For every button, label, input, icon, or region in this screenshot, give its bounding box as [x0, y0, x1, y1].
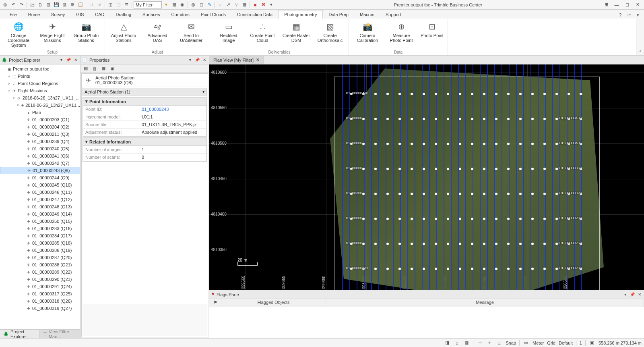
photo-station-point[interactable] [507, 243, 510, 245]
tree-node[interactable]: ▹⬚Points [0, 73, 80, 80]
prop-t2-icon[interactable]: 🗑 [91, 65, 98, 72]
view-filter-select[interactable]: My Filter [134, 1, 162, 8]
close-icon[interactable]: ✕ [633, 1, 642, 8]
tree-node[interactable]: ✈01_00000204 (Q2) [0, 123, 80, 131]
photo-station-point[interactable] [435, 93, 437, 95]
photo-station-point[interactable] [507, 268, 510, 270]
photo-station-point[interactable] [543, 193, 546, 195]
photo-station-point[interactable] [519, 218, 522, 220]
ribbon-create-orthomosaic[interactable]: ▧Create Orthomosaic [314, 19, 346, 50]
tree-node[interactable]: ✈01_00000239 (Q4) [0, 138, 80, 145]
photo-station-point[interactable] [459, 218, 461, 220]
photo-station-point[interactable] [495, 218, 497, 220]
expand-icon[interactable]: ▹ [6, 81, 11, 85]
collapse-icon[interactable]: ▾ [85, 99, 88, 104]
sb-snap[interactable]: Snap [506, 341, 516, 345]
tree-node[interactable]: ✈01_00000248 (Q13) [0, 203, 80, 210]
photo-station-point[interactable] [471, 193, 473, 195]
photo-station-point[interactable] [531, 93, 534, 95]
flag-col-message[interactable]: Message [326, 299, 644, 307]
photo-station-point[interactable] [447, 193, 449, 195]
photo-station-point[interactable] [411, 218, 413, 220]
tab-pointclouds[interactable]: Point Clouds [195, 10, 231, 19]
tab-constructiondata[interactable]: Construction Data [231, 10, 278, 19]
pane-close-icon[interactable]: ✕ [637, 292, 642, 297]
photo-station-point[interactable] [555, 243, 558, 245]
pane-close-icon[interactable]: ✕ [202, 57, 207, 63]
sb-icon-6[interactable]: ⟀ [496, 340, 502, 346]
photo-station-point[interactable] [507, 218, 510, 220]
tree-node[interactable]: ✈01_00000287 (Q20) [0, 254, 80, 261]
tree-node[interactable]: ✈01_00000291 (Q24) [0, 283, 80, 290]
sb-icon-5[interactable]: ⌖ [486, 340, 493, 346]
tab-support[interactable]: Support [380, 10, 407, 19]
photo-station-point[interactable] [495, 193, 497, 195]
photo-station-point[interactable] [374, 143, 377, 145]
photo-station-point[interactable] [568, 93, 570, 95]
help-icon[interactable]: ? [617, 11, 624, 19]
photo-station-point[interactable] [483, 118, 485, 120]
photo-station-point[interactable] [531, 243, 534, 245]
photo-station-point[interactable] [531, 268, 534, 270]
pane-menu-icon[interactable]: ▾ [58, 57, 64, 63]
photo-station-point[interactable] [555, 118, 558, 120]
tree-node[interactable]: ✈01_00000283 (Q16) [0, 225, 80, 232]
photo-station-point[interactable] [386, 143, 389, 145]
properties-selector[interactable]: Aerial Photo Station (1)▾ [83, 88, 207, 96]
expand-icon[interactable]: ▿ [11, 96, 16, 100]
photo-station-point[interactable] [386, 268, 389, 270]
tree-node[interactable]: ✈01_00000284 (Q17) [0, 232, 80, 239]
photo-station-point[interactable] [447, 143, 449, 145]
photo-station-point[interactable] [531, 118, 534, 120]
photo-station-point[interactable] [483, 268, 485, 270]
plan-view-canvas[interactable]: 4810600481055048105004810450481040048103… [209, 64, 644, 290]
photo-station-point[interactable] [543, 218, 546, 220]
tab-corridors[interactable]: Corridors [165, 10, 195, 19]
ribbon-group-photo-stations[interactable]: 📷Group Photo Stations [70, 19, 102, 50]
photo-station-point[interactable] [519, 118, 522, 120]
prop-t4-icon[interactable]: ▣ [109, 65, 116, 72]
photo-station-point[interactable] [555, 93, 558, 95]
sb-icon-3[interactable]: ▦ [463, 340, 470, 346]
tree-node[interactable]: ▣Premier output tbc [0, 65, 80, 73]
photo-station-point[interactable] [362, 193, 365, 195]
ribbon-adjust-photo-stations[interactable]: △Adjust Photo Stations [107, 19, 140, 50]
photo-station-point[interactable] [374, 193, 377, 195]
photo-station-point[interactable] [398, 193, 401, 195]
photo-station-point[interactable] [447, 268, 449, 270]
photo-station-point[interactable] [495, 118, 497, 120]
photo-station-point[interactable] [495, 168, 497, 170]
qa-settings-icon[interactable]: ⚙ [69, 1, 76, 8]
ribbon-merge-flight-missions[interactable]: ✈Merge Flight Missions [36, 19, 68, 50]
tree-node[interactable]: ✈01_00000245 (Q10) [0, 181, 80, 189]
photo-station-point[interactable] [386, 193, 389, 195]
tab-surfaces[interactable]: Surfaces [137, 10, 165, 19]
qa-filter-dd-icon[interactable]: ▾ [163, 1, 170, 8]
photo-station-point[interactable] [471, 218, 473, 220]
photo-station-point[interactable] [398, 143, 401, 145]
qa-branch-icon[interactable]: ⑂ [233, 1, 240, 8]
tab-file[interactable]: File [4, 10, 23, 19]
photo-station-point[interactable] [374, 93, 377, 95]
photo-station-point[interactable] [447, 168, 449, 170]
sb-icon-4[interactable]: ⊹ [477, 340, 483, 346]
qa-view3d-icon[interactable]: ◫ [107, 1, 114, 8]
photo-station-point[interactable] [398, 243, 401, 245]
expand-icon[interactable]: ▹ [6, 74, 11, 78]
qa-grid-icon[interactable]: ▦ [241, 1, 248, 8]
flag-col-objects[interactable]: Flagged Objects [221, 299, 326, 307]
photo-station-point[interactable] [362, 143, 365, 145]
photo-station-point[interactable] [374, 118, 377, 120]
photo-station-point[interactable] [483, 193, 485, 195]
photo-station-point[interactable] [543, 243, 546, 245]
tab-survey[interactable]: Survey [45, 10, 70, 19]
ribbon-advanced-uas[interactable]: 🛩Advanced UAS [141, 19, 173, 50]
pane-menu-icon[interactable]: ▾ [622, 292, 628, 297]
btab-view-filter[interactable]: ☰View Filter Man... [40, 330, 80, 338]
photo-station-point[interactable] [519, 93, 522, 95]
pane-pin-icon[interactable]: 📌 [194, 57, 200, 63]
photo-station-point[interactable] [483, 93, 485, 95]
photo-station-point[interactable] [411, 93, 413, 95]
photo-station-point[interactable] [435, 218, 437, 220]
photo-station-point[interactable] [471, 118, 473, 120]
